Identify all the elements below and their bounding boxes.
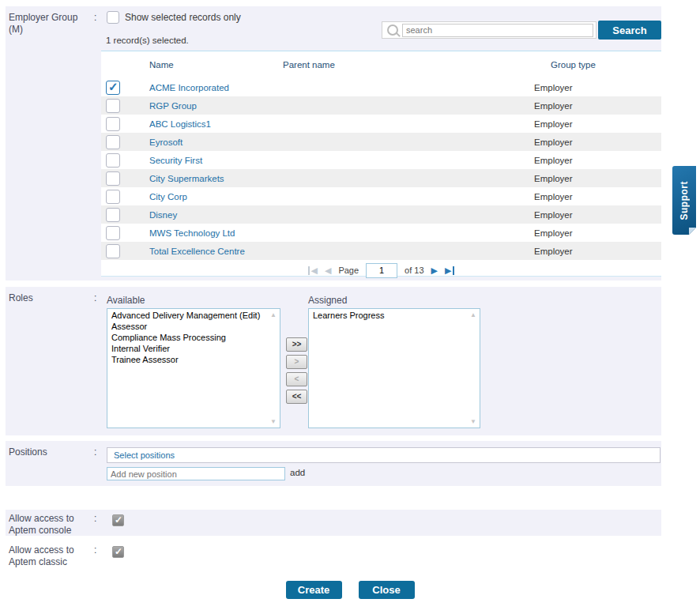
table-row: ACME Incorporated Employer	[101, 78, 661, 96]
search-input[interactable]	[402, 24, 593, 37]
scroll-up-icon[interactable]	[270, 311, 277, 318]
row-checkbox[interactable]	[106, 81, 120, 95]
console-access-checkbox[interactable]	[112, 514, 124, 526]
listbox-item[interactable]: Compliance Mass Processing	[108, 332, 266, 343]
table-row: Disney Employer	[101, 205, 661, 224]
listbox-item[interactable]: Advanced Delivery Management (Edit)	[108, 310, 266, 321]
transfer-buttons: >> > < <<	[286, 337, 307, 404]
scroll-up-icon[interactable]	[470, 311, 476, 318]
row-checkbox[interactable]	[106, 190, 120, 204]
support-tab-label: Support	[679, 181, 690, 220]
show-selected-row: Show selected records only	[107, 11, 241, 24]
available-listbox[interactable]: Advanced Delivery Management (Edit) Asse…	[107, 308, 280, 428]
row-group-type: Employer	[498, 119, 661, 129]
row-name-link[interactable]: RGP Group	[136, 101, 277, 111]
table-row: ABC Logistics1 Employer	[101, 115, 661, 133]
assigned-listbox[interactable]: Learners Progress	[308, 308, 480, 428]
row-checkbox[interactable]	[106, 117, 120, 131]
listbox-item[interactable]: Trainee Assessor	[108, 354, 266, 365]
positions-colon: :	[94, 446, 96, 458]
table-row: MWS Technology Ltd Employer	[101, 224, 661, 242]
scroll-down-icon[interactable]	[470, 418, 476, 425]
row-name-link[interactable]: Total Excellence Centre	[136, 247, 277, 256]
listbox-item[interactable]: Assessor	[108, 321, 266, 332]
assigned-label: Assigned	[308, 295, 347, 306]
row-name-link[interactable]: Eyrosoft	[136, 137, 277, 147]
add-position-input[interactable]	[107, 467, 285, 480]
row-checkbox[interactable]	[106, 208, 120, 222]
row-name-link[interactable]: Security First	[136, 156, 277, 165]
row-checkbox[interactable]	[106, 153, 120, 168]
row-group-type: Employer	[498, 137, 661, 147]
close-button[interactable]: Close	[359, 581, 415, 599]
classic-access-row: Allow access to Aptem classic :	[6, 541, 661, 567]
table-row: RGP Group Employer	[101, 96, 661, 115]
show-selected-label: Show selected records only	[125, 12, 241, 23]
records-selected-text: 1 record(s) selected.	[101, 36, 661, 51]
select-positions-field[interactable]: Select positions	[107, 447, 660, 463]
console-access-row: Allow access to Aptem console :	[6, 510, 661, 536]
row-group-type: Employer	[498, 247, 661, 256]
table-row: City Corp Employer	[101, 187, 661, 205]
row-name-link[interactable]: ABC Logistics1	[136, 119, 277, 129]
row-name-link[interactable]: MWS Technology Ltd	[136, 228, 277, 238]
folded-corner-icon	[689, 228, 696, 235]
scroll-down-icon[interactable]	[270, 418, 277, 425]
transfer-all-right-button[interactable]: >>	[286, 337, 307, 352]
console-access-colon: :	[94, 513, 96, 524]
pagination: Page of 13	[101, 260, 661, 281]
roles-section: Roles : Available Assigned Advanced Deli…	[6, 287, 661, 435]
row-name-link[interactable]: Disney	[136, 210, 277, 220]
row-checkbox[interactable]	[106, 226, 120, 240]
classic-access-label: Allow access to Aptem classic	[9, 544, 91, 568]
row-checkbox[interactable]	[106, 171, 120, 186]
transfer-all-left-button[interactable]: <<	[286, 390, 307, 404]
table-row: Total Excellence Centre Employer	[101, 242, 661, 260]
row-group-type: Employer	[498, 156, 661, 165]
available-label: Available	[107, 295, 145, 306]
pagination-first-button[interactable]	[308, 266, 317, 275]
employer-group-table: Name Parent name Group type ACME Incorpo…	[101, 51, 661, 277]
row-group-type: Employer	[498, 174, 661, 183]
pagination-of-text: of 13	[405, 266, 423, 275]
footer-buttons: Create Close	[0, 581, 700, 599]
show-selected-checkbox[interactable]	[107, 11, 119, 24]
row-name-link[interactable]: ACME Incorporated	[136, 83, 277, 92]
column-header-name: Name	[136, 60, 277, 70]
row-group-type: Employer	[498, 192, 661, 202]
transfer-right-button[interactable]: >	[286, 355, 307, 369]
row-name-link[interactable]: City Supermarkets	[136, 174, 277, 183]
row-checkbox[interactable]	[106, 244, 120, 258]
column-header-parent: Parent name	[277, 60, 498, 70]
row-group-type: Employer	[498, 101, 661, 111]
support-tab[interactable]: Support	[672, 166, 696, 235]
row-group-type: Employer	[498, 210, 661, 220]
listbox-scrollbar[interactable]	[267, 309, 280, 428]
row-group-type: Employer	[498, 83, 661, 92]
row-checkbox[interactable]	[106, 135, 120, 149]
pagination-last-button[interactable]	[445, 266, 453, 275]
table-row: Eyrosoft Employer	[101, 133, 661, 151]
employer-group-colon: :	[94, 12, 96, 23]
create-button[interactable]: Create	[286, 581, 342, 599]
row-name-link[interactable]: City Corp	[136, 192, 277, 202]
listbox-item[interactable]: Learners Progress	[310, 310, 466, 321]
transfer-left-button[interactable]: <	[286, 372, 307, 386]
table-body: ACME Incorporated Employer RGP Group Emp…	[101, 78, 661, 260]
listbox-scrollbar[interactable]	[467, 309, 480, 428]
pagination-page-label: Page	[338, 266, 359, 275]
roles-colon: :	[94, 292, 96, 303]
employer-group-label: Employer Group (M)	[9, 12, 91, 36]
row-checkbox[interactable]	[106, 99, 120, 113]
pagination-prev-button[interactable]	[325, 266, 331, 275]
employer-group-section: Employer Group (M) : Show selected recor…	[6, 6, 661, 281]
listbox-item[interactable]: Internal Verifier	[108, 343, 266, 354]
table-header-row: Name Parent name Group type	[101, 51, 661, 78]
classic-access-checkbox[interactable]	[112, 546, 124, 558]
page-input[interactable]	[366, 263, 397, 278]
column-header-group-type: Group type	[498, 60, 661, 70]
roles-label: Roles	[9, 292, 91, 304]
add-position-button[interactable]: add	[290, 468, 305, 477]
pagination-next-button[interactable]	[431, 266, 438, 275]
table-row: Security First Employer	[101, 151, 661, 169]
